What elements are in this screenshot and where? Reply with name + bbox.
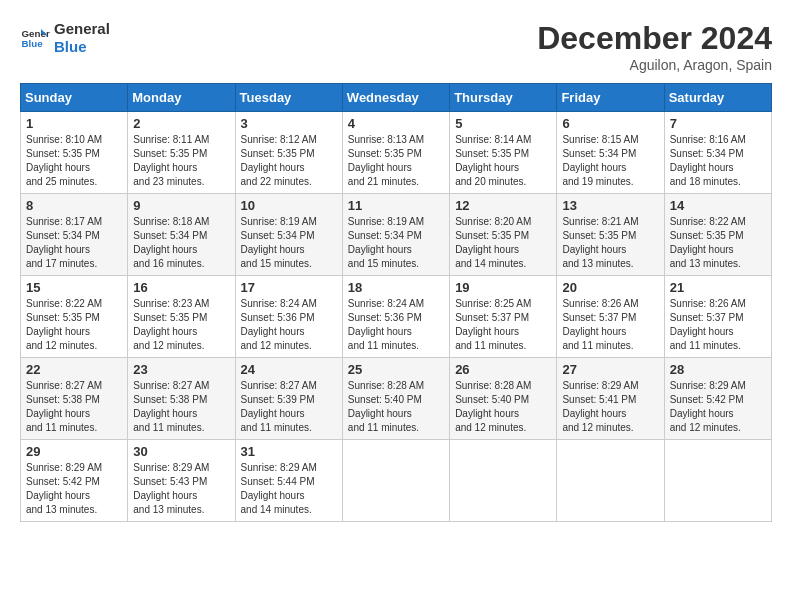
day-number: 27: [562, 362, 658, 377]
calendar-day-cell: 7 Sunrise: 8:16 AM Sunset: 5:34 PM Dayli…: [664, 112, 771, 194]
calendar-day-cell: 19 Sunrise: 8:25 AM Sunset: 5:37 PM Dayl…: [450, 276, 557, 358]
svg-text:General: General: [22, 28, 51, 39]
day-number: 6: [562, 116, 658, 131]
calendar-week-row: 22 Sunrise: 8:27 AM Sunset: 5:38 PM Dayl…: [21, 358, 772, 440]
calendar-day-cell: 12 Sunrise: 8:20 AM Sunset: 5:35 PM Dayl…: [450, 194, 557, 276]
day-number: 7: [670, 116, 766, 131]
day-info: Sunrise: 8:13 AM Sunset: 5:35 PM Dayligh…: [348, 133, 444, 189]
day-number: 23: [133, 362, 229, 377]
day-number: 20: [562, 280, 658, 295]
calendar-day-cell: [557, 440, 664, 522]
day-number: 31: [241, 444, 337, 459]
day-info: Sunrise: 8:24 AM Sunset: 5:36 PM Dayligh…: [348, 297, 444, 353]
calendar-day-cell: 1 Sunrise: 8:10 AM Sunset: 5:35 PM Dayli…: [21, 112, 128, 194]
day-info: Sunrise: 8:29 AM Sunset: 5:42 PM Dayligh…: [26, 461, 122, 517]
day-number: 10: [241, 198, 337, 213]
day-number: 9: [133, 198, 229, 213]
calendar-day-cell: 8 Sunrise: 8:17 AM Sunset: 5:34 PM Dayli…: [21, 194, 128, 276]
calendar-day-cell: 2 Sunrise: 8:11 AM Sunset: 5:35 PM Dayli…: [128, 112, 235, 194]
day-number: 2: [133, 116, 229, 131]
calendar-day-cell: 11 Sunrise: 8:19 AM Sunset: 5:34 PM Dayl…: [342, 194, 449, 276]
day-number: 16: [133, 280, 229, 295]
calendar-day-cell: 23 Sunrise: 8:27 AM Sunset: 5:38 PM Dayl…: [128, 358, 235, 440]
calendar-day-cell: 20 Sunrise: 8:26 AM Sunset: 5:37 PM Dayl…: [557, 276, 664, 358]
day-info: Sunrise: 8:26 AM Sunset: 5:37 PM Dayligh…: [670, 297, 766, 353]
day-info: Sunrise: 8:27 AM Sunset: 5:38 PM Dayligh…: [133, 379, 229, 435]
calendar-day-cell: 31 Sunrise: 8:29 AM Sunset: 5:44 PM Dayl…: [235, 440, 342, 522]
calendar-table: Sunday Monday Tuesday Wednesday Thursday…: [20, 83, 772, 522]
day-number: 11: [348, 198, 444, 213]
calendar-day-cell: 18 Sunrise: 8:24 AM Sunset: 5:36 PM Dayl…: [342, 276, 449, 358]
day-info: Sunrise: 8:21 AM Sunset: 5:35 PM Dayligh…: [562, 215, 658, 271]
day-number: 17: [241, 280, 337, 295]
day-number: 3: [241, 116, 337, 131]
calendar-day-cell: 25 Sunrise: 8:28 AM Sunset: 5:40 PM Dayl…: [342, 358, 449, 440]
day-number: 30: [133, 444, 229, 459]
day-info: Sunrise: 8:23 AM Sunset: 5:35 PM Dayligh…: [133, 297, 229, 353]
day-info: Sunrise: 8:28 AM Sunset: 5:40 PM Dayligh…: [455, 379, 551, 435]
day-info: Sunrise: 8:29 AM Sunset: 5:42 PM Dayligh…: [670, 379, 766, 435]
logo-general: General: [54, 20, 110, 38]
calendar-header-row: Sunday Monday Tuesday Wednesday Thursday…: [21, 84, 772, 112]
col-thursday: Thursday: [450, 84, 557, 112]
calendar-day-cell: [342, 440, 449, 522]
calendar-day-cell: 9 Sunrise: 8:18 AM Sunset: 5:34 PM Dayli…: [128, 194, 235, 276]
day-number: 22: [26, 362, 122, 377]
logo-blue: Blue: [54, 38, 110, 56]
day-number: 14: [670, 198, 766, 213]
svg-text:Blue: Blue: [22, 38, 44, 49]
day-number: 12: [455, 198, 551, 213]
day-info: Sunrise: 8:19 AM Sunset: 5:34 PM Dayligh…: [348, 215, 444, 271]
day-info: Sunrise: 8:27 AM Sunset: 5:38 PM Dayligh…: [26, 379, 122, 435]
col-tuesday: Tuesday: [235, 84, 342, 112]
calendar-day-cell: 4 Sunrise: 8:13 AM Sunset: 5:35 PM Dayli…: [342, 112, 449, 194]
day-info: Sunrise: 8:12 AM Sunset: 5:35 PM Dayligh…: [241, 133, 337, 189]
calendar-day-cell: 3 Sunrise: 8:12 AM Sunset: 5:35 PM Dayli…: [235, 112, 342, 194]
day-info: Sunrise: 8:27 AM Sunset: 5:39 PM Dayligh…: [241, 379, 337, 435]
calendar-week-row: 29 Sunrise: 8:29 AM Sunset: 5:42 PM Dayl…: [21, 440, 772, 522]
col-sunday: Sunday: [21, 84, 128, 112]
calendar-day-cell: 17 Sunrise: 8:24 AM Sunset: 5:36 PM Dayl…: [235, 276, 342, 358]
calendar-day-cell: 22 Sunrise: 8:27 AM Sunset: 5:38 PM Dayl…: [21, 358, 128, 440]
day-number: 19: [455, 280, 551, 295]
calendar-day-cell: 21 Sunrise: 8:26 AM Sunset: 5:37 PM Dayl…: [664, 276, 771, 358]
calendar-day-cell: 16 Sunrise: 8:23 AM Sunset: 5:35 PM Dayl…: [128, 276, 235, 358]
day-info: Sunrise: 8:15 AM Sunset: 5:34 PM Dayligh…: [562, 133, 658, 189]
day-info: Sunrise: 8:25 AM Sunset: 5:37 PM Dayligh…: [455, 297, 551, 353]
day-info: Sunrise: 8:29 AM Sunset: 5:44 PM Dayligh…: [241, 461, 337, 517]
calendar-week-row: 8 Sunrise: 8:17 AM Sunset: 5:34 PM Dayli…: [21, 194, 772, 276]
logo: General Blue General Blue: [20, 20, 110, 56]
day-number: 24: [241, 362, 337, 377]
logo-icon: General Blue: [20, 23, 50, 53]
day-info: Sunrise: 8:29 AM Sunset: 5:43 PM Dayligh…: [133, 461, 229, 517]
col-wednesday: Wednesday: [342, 84, 449, 112]
calendar-day-cell: 24 Sunrise: 8:27 AM Sunset: 5:39 PM Dayl…: [235, 358, 342, 440]
day-number: 1: [26, 116, 122, 131]
day-info: Sunrise: 8:11 AM Sunset: 5:35 PM Dayligh…: [133, 133, 229, 189]
calendar-week-row: 1 Sunrise: 8:10 AM Sunset: 5:35 PM Dayli…: [21, 112, 772, 194]
day-info: Sunrise: 8:26 AM Sunset: 5:37 PM Dayligh…: [562, 297, 658, 353]
calendar-day-cell: 29 Sunrise: 8:29 AM Sunset: 5:42 PM Dayl…: [21, 440, 128, 522]
calendar-day-cell: 6 Sunrise: 8:15 AM Sunset: 5:34 PM Dayli…: [557, 112, 664, 194]
page-header: General Blue General Blue December 2024 …: [20, 20, 772, 73]
calendar-day-cell: 13 Sunrise: 8:21 AM Sunset: 5:35 PM Dayl…: [557, 194, 664, 276]
day-number: 18: [348, 280, 444, 295]
title-block: December 2024 Aguilon, Aragon, Spain: [537, 20, 772, 73]
day-info: Sunrise: 8:19 AM Sunset: 5:34 PM Dayligh…: [241, 215, 337, 271]
calendar-day-cell: 15 Sunrise: 8:22 AM Sunset: 5:35 PM Dayl…: [21, 276, 128, 358]
day-info: Sunrise: 8:22 AM Sunset: 5:35 PM Dayligh…: [670, 215, 766, 271]
day-number: 4: [348, 116, 444, 131]
day-info: Sunrise: 8:14 AM Sunset: 5:35 PM Dayligh…: [455, 133, 551, 189]
month-year-title: December 2024: [537, 20, 772, 57]
location-subtitle: Aguilon, Aragon, Spain: [537, 57, 772, 73]
calendar-day-cell: 10 Sunrise: 8:19 AM Sunset: 5:34 PM Dayl…: [235, 194, 342, 276]
calendar-week-row: 15 Sunrise: 8:22 AM Sunset: 5:35 PM Dayl…: [21, 276, 772, 358]
col-saturday: Saturday: [664, 84, 771, 112]
calendar-day-cell: 30 Sunrise: 8:29 AM Sunset: 5:43 PM Dayl…: [128, 440, 235, 522]
day-number: 13: [562, 198, 658, 213]
calendar-day-cell: 5 Sunrise: 8:14 AM Sunset: 5:35 PM Dayli…: [450, 112, 557, 194]
day-info: Sunrise: 8:20 AM Sunset: 5:35 PM Dayligh…: [455, 215, 551, 271]
day-info: Sunrise: 8:16 AM Sunset: 5:34 PM Dayligh…: [670, 133, 766, 189]
calendar-day-cell: 26 Sunrise: 8:28 AM Sunset: 5:40 PM Dayl…: [450, 358, 557, 440]
day-number: 21: [670, 280, 766, 295]
